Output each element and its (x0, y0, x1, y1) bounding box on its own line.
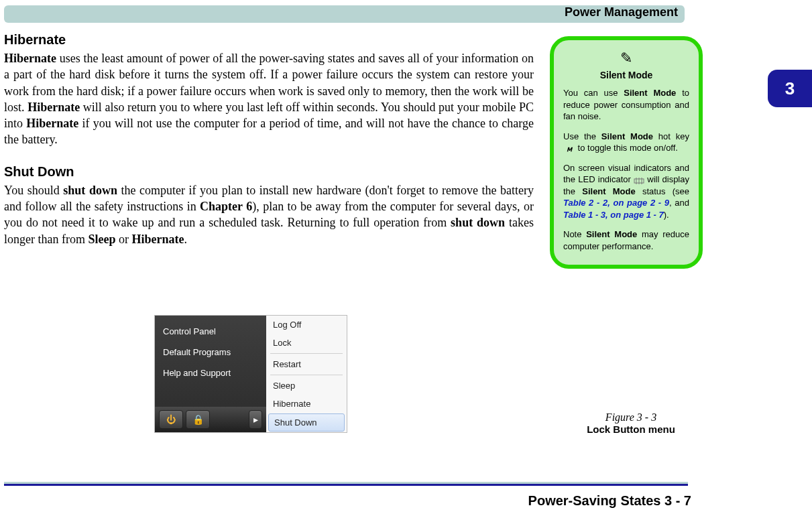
chapter-tab: 3 (768, 70, 812, 107)
hibernate-term-1: Hibernate (4, 52, 56, 65)
pencil-icon: ✎ (563, 50, 689, 67)
hibernate-term-4: Hibernate (131, 233, 184, 246)
shutdown-paragraph: You should shut down the computer if you… (4, 182, 534, 247)
menu-divider (270, 353, 343, 354)
menu-restart[interactable]: Restart (266, 355, 347, 373)
text: , and (669, 198, 689, 208)
menu-lock[interactable]: Lock (266, 334, 347, 352)
footer-rule (4, 482, 688, 486)
page-header-title: Power Management (565, 5, 686, 19)
footer-text: Power-Saving States 3 - 7 (528, 493, 691, 509)
menu-control-panel[interactable]: Control Panel (155, 321, 266, 342)
silent-mode-term: Silent Mode (624, 88, 676, 98)
vista-bottom-bar: ⏻ 🔒 ▸ (155, 407, 266, 432)
lock-icon: 🔒 (192, 414, 204, 425)
shutdown-term-1: shut down (63, 184, 117, 197)
hibernate-term-3: Hibernate (26, 117, 78, 130)
text: . (184, 233, 187, 246)
silent-mode-callout: ✎ Silent Mode You can use Silent Mode to… (550, 36, 703, 269)
text: You can use (563, 88, 624, 98)
text: if you will not use the computer for a p… (4, 117, 534, 146)
text: or (115, 233, 131, 246)
led-icon (634, 176, 644, 184)
hibernate-term-2: Hibernate (27, 101, 80, 114)
text: ). (664, 210, 669, 220)
hotkey-icon: ᴍ (563, 144, 575, 153)
menu-default-programs[interactable]: Default Programs (155, 342, 266, 363)
xref-table-1-3[interactable]: Table 1 - 3, on page 1 - 7 (563, 210, 664, 220)
silent-mode-term: Silent Mode (586, 229, 637, 239)
menu-help-support[interactable]: Help and Support (155, 363, 266, 383)
lock-button[interactable]: 🔒 (186, 410, 210, 429)
text: Note (563, 229, 586, 239)
chevron-right-icon: ▸ (253, 414, 258, 425)
callout-p3: On screen visual indicators and the LED … (563, 162, 689, 221)
silent-mode-term: Silent Mode (601, 131, 653, 141)
lock-button-menu-figure: Control Panel Default Programs Help and … (154, 315, 347, 433)
callout-p1: You can use Silent Mode to reduce power … (563, 87, 689, 123)
figure-title: Lock Button menu (567, 424, 695, 435)
menu-hibernate[interactable]: Hibernate (266, 395, 347, 413)
text: status (see (636, 186, 689, 196)
callout-p2: Use the Silent Mode hot key ᴍ to toggle … (563, 131, 689, 154)
menu-sleep[interactable]: Sleep (266, 377, 347, 395)
text: hot key (653, 131, 689, 141)
vista-menu-left-panel: Control Panel Default Programs Help and … (155, 316, 266, 432)
hibernate-heading: Hibernate (4, 32, 534, 48)
silent-mode-term: Silent Mode (582, 186, 636, 196)
callout-title: Silent Mode (563, 70, 689, 80)
vista-start-menu: Control Panel Default Programs Help and … (154, 315, 347, 433)
main-content: Hibernate Hibernate uses the least amoun… (4, 32, 534, 247)
figure-number: Figure 3 - 3 (605, 411, 656, 423)
menu-shut-down[interactable]: Shut Down (268, 413, 345, 432)
power-icon: ⏻ (166, 414, 176, 425)
text: indicator (595, 174, 634, 184)
text: to toggle this mode on/off. (575, 143, 678, 153)
power-button[interactable]: ⏻ (159, 410, 183, 429)
shutdown-term-2: shut down (451, 216, 505, 229)
callout-p4: Note Silent Mode may reduce computer per… (563, 229, 689, 252)
text: Use the (563, 131, 601, 141)
xref-table-2-2[interactable]: Table 2 - 2, on page 2 - 9 (563, 198, 669, 208)
submenu-arrow-button[interactable]: ▸ (249, 410, 262, 429)
chapter6-ref: Chapter 6 (200, 200, 252, 213)
menu-divider (270, 375, 343, 375)
menu-log-off[interactable]: Log Off (266, 316, 347, 334)
figure-caption: Figure 3 - 3 Lock Button menu (567, 411, 695, 435)
sleep-term: Sleep (88, 233, 115, 246)
vista-menu-right-panel: Log Off Lock Restart Sleep Hibernate Shu… (266, 316, 347, 432)
text: You should (4, 184, 63, 197)
led-text: LED (578, 174, 595, 184)
shutdown-heading: Shut Down (4, 164, 534, 180)
hibernate-paragraph: Hibernate uses the least amount of power… (4, 50, 534, 148)
